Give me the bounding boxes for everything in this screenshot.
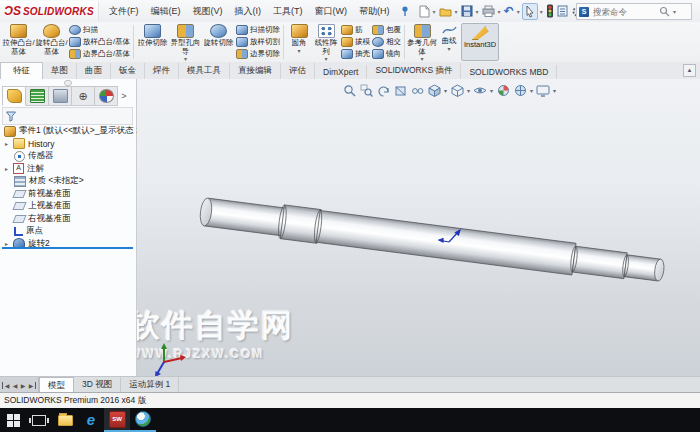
menu-help[interactable]: 帮助(H) bbox=[353, 2, 396, 21]
save-button[interactable] bbox=[460, 4, 474, 18]
new-document-button[interactable] bbox=[418, 4, 431, 19]
open-document-button[interactable] bbox=[438, 5, 453, 18]
start-button[interactable] bbox=[0, 408, 26, 432]
tab-solidworks-addins[interactable]: SOLIDWORKS 插件 bbox=[367, 63, 461, 79]
menu-file[interactable]: 文件(F) bbox=[103, 2, 145, 21]
curves-dropdown-icon[interactable]: ▾ bbox=[448, 46, 451, 52]
extruded-boss-button[interactable]: 拉伸凸台/基体 bbox=[2, 22, 35, 62]
boundary-boss-button[interactable]: 边界凸台/基体 bbox=[69, 49, 130, 59]
tab-features[interactable]: 特征 bbox=[0, 62, 43, 79]
shell-button[interactable]: 抽壳 bbox=[341, 49, 370, 59]
menu-tools[interactable]: 工具(T) bbox=[267, 2, 309, 21]
save-dropdown-icon[interactable]: ▾ bbox=[476, 8, 479, 15]
menu-edit[interactable]: 编辑(E) bbox=[145, 2, 187, 21]
tab-motion-study[interactable]: 运动算例 1 bbox=[121, 377, 179, 393]
solidworks-taskbar-button[interactable]: SW bbox=[104, 408, 130, 432]
lofted-boss-button[interactable]: 放样凸台/基体 bbox=[69, 37, 130, 47]
fillet-dropdown-icon[interactable]: ▾ bbox=[298, 48, 301, 54]
tab-displaymanager[interactable] bbox=[95, 86, 118, 106]
boundary-boss-icon bbox=[69, 49, 81, 59]
undo-dropdown-icon[interactable]: ▾ bbox=[517, 8, 520, 15]
tab-dimxpertmanager[interactable]: ⊕ bbox=[72, 86, 95, 106]
tab-surfaces[interactable]: 曲面 bbox=[77, 63, 111, 79]
tree-item-origin[interactable]: 原点 bbox=[0, 225, 136, 238]
search-input[interactable] bbox=[591, 6, 657, 18]
tab-weldments[interactable]: 焊件 bbox=[145, 63, 179, 79]
tree-item-annotations[interactable]: ▸A注解 bbox=[0, 163, 136, 176]
rebuild-button[interactable] bbox=[545, 3, 555, 19]
fillet-button[interactable]: 圆角 ▾ bbox=[286, 22, 312, 62]
new-dropdown-icon[interactable]: ▾ bbox=[433, 8, 436, 15]
undo-button[interactable]: ↶ bbox=[503, 3, 515, 19]
expand-icon[interactable]: ▸ bbox=[3, 140, 10, 147]
rib-button[interactable]: 筋 bbox=[341, 25, 370, 35]
expand-icon[interactable]: ▸ bbox=[3, 165, 10, 172]
boundary-cut-button[interactable]: 边界切除 bbox=[236, 49, 280, 59]
first-tab-button[interactable]: ◀ bbox=[2, 382, 11, 389]
rollback-bar[interactable] bbox=[2, 247, 133, 249]
extruded-cut-icon bbox=[144, 24, 161, 38]
select-tool-button[interactable] bbox=[522, 3, 538, 20]
open-dropdown-icon[interactable]: ▾ bbox=[455, 8, 458, 15]
swept-boss-button[interactable]: 扫描 bbox=[69, 25, 130, 35]
tab-dimxpert[interactable]: DimXpert bbox=[315, 65, 367, 79]
graphics-viewport[interactable]: ▾ ▾ ▾ ▾ ▾ 软件自学网 WWW.RJZXW.COM bbox=[137, 79, 700, 376]
tab-evaluate[interactable]: 评估 bbox=[281, 63, 315, 79]
tree-item-right-plane[interactable]: 右视基准面 bbox=[0, 213, 136, 226]
file-explorer-button[interactable] bbox=[52, 408, 78, 432]
next-tab-button[interactable]: ▶ bbox=[19, 382, 27, 389]
task-view-button[interactable] bbox=[26, 408, 52, 432]
file-properties-button[interactable] bbox=[556, 4, 569, 18]
tab-mold-tools[interactable]: 模具工具 bbox=[179, 63, 230, 79]
tree-item-sensors[interactable]: 传感器 bbox=[0, 150, 136, 163]
draft-button[interactable]: 拔模 bbox=[341, 37, 370, 47]
revolved-boss-button[interactable]: 旋转凸台/基体 bbox=[35, 22, 68, 62]
tree-filter-bar[interactable] bbox=[2, 107, 133, 125]
tab-direct-editing[interactable]: 直接编辑 bbox=[230, 63, 281, 79]
intersect-button[interactable]: 相交 bbox=[372, 37, 401, 47]
tab-solidworks-mbd[interactable]: SOLIDWORKS MBD bbox=[461, 65, 557, 79]
last-tab-button[interactable]: ▶ bbox=[27, 382, 36, 389]
edge-button[interactable]: e bbox=[78, 408, 104, 432]
mirror-button[interactable]: 镜向 bbox=[372, 49, 401, 59]
tab-3d-views[interactable]: 3D 视图 bbox=[74, 377, 121, 393]
menu-window[interactable]: 窗口(W) bbox=[309, 2, 354, 21]
reference-geometry-button[interactable]: 参考几何体 ▾ bbox=[407, 22, 437, 62]
select-dropdown-icon[interactable]: ▾ bbox=[540, 8, 543, 15]
prev-tab-button[interactable]: ◀ bbox=[11, 382, 19, 389]
ribbon-separator bbox=[283, 25, 284, 59]
print-dropdown-icon[interactable]: ▾ bbox=[498, 8, 501, 15]
extruded-cut-button[interactable]: 拉伸切除 bbox=[136, 22, 169, 62]
print-button[interactable] bbox=[481, 4, 496, 18]
tree-item-history[interactable]: ▸History bbox=[0, 138, 136, 151]
manager-tabs-overflow-icon[interactable]: > bbox=[118, 86, 130, 106]
dimxpertmanager-icon: ⊕ bbox=[78, 91, 87, 102]
ribbon-collapse-button[interactable]: ▴ bbox=[683, 64, 696, 77]
swept-cut-button[interactable]: 扫描切除 bbox=[236, 25, 280, 35]
browser-taskbar-button[interactable] bbox=[130, 408, 156, 432]
hole-wizard-button[interactable]: 异型孔向导 ▾ bbox=[169, 22, 202, 62]
pin-menu-icon[interactable] bbox=[398, 4, 412, 18]
revolved-cut-button[interactable]: 旋转切除 bbox=[202, 22, 235, 62]
tree-item-material[interactable]: 材质 <未指定> bbox=[0, 175, 136, 188]
tab-model[interactable]: 模型 bbox=[39, 377, 74, 393]
tree-item-top-plane[interactable]: 上视基准面 bbox=[0, 200, 136, 213]
search-sw-icon[interactable]: S bbox=[579, 7, 589, 17]
curves-button[interactable]: 曲线 ▾ bbox=[437, 22, 461, 62]
lofted-cut-button[interactable]: 放样切割 bbox=[236, 37, 280, 47]
tab-configurationmanager[interactable] bbox=[49, 86, 72, 106]
tab-sheet-metal[interactable]: 钣金 bbox=[111, 63, 145, 79]
menu-insert[interactable]: 插入(I) bbox=[229, 2, 268, 21]
search-dropdown-icon[interactable]: ▾ bbox=[673, 8, 676, 15]
tree-item-front-plane[interactable]: 前视基准面 bbox=[0, 188, 136, 201]
tab-featuremanager-tree[interactable] bbox=[2, 86, 26, 106]
instant3d-toggle-button[interactable]: Instant3D bbox=[461, 23, 499, 61]
reference-triad bbox=[155, 343, 186, 376]
tab-sketch[interactable]: 草图 bbox=[43, 63, 77, 79]
menu-view[interactable]: 视图(V) bbox=[187, 2, 229, 21]
tab-propertymanager[interactable] bbox=[26, 86, 49, 106]
search-icon[interactable] bbox=[659, 6, 670, 17]
tree-root[interactable]: 零件1 (默认<<默认>_显示状态 1>) bbox=[0, 125, 136, 138]
wrap-button[interactable]: 包覆 bbox=[372, 25, 401, 35]
linear-pattern-button[interactable]: 线性阵列 ▾ bbox=[312, 22, 340, 62]
